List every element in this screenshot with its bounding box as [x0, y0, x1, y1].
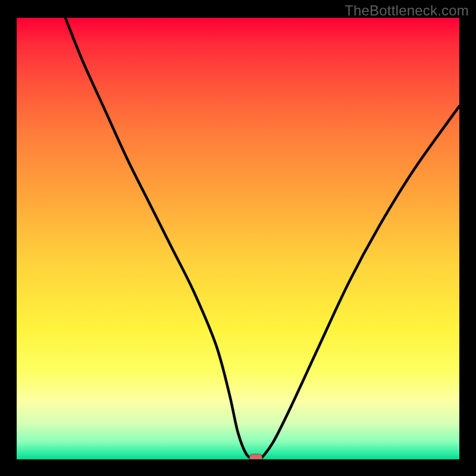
chart-frame: TheBottleneck.com	[0, 0, 476, 476]
plot-area	[17, 18, 459, 459]
bottleneck-curve	[17, 18, 459, 459]
optimal-marker	[249, 453, 262, 459]
attribution-text: TheBottleneck.com	[345, 2, 469, 19]
